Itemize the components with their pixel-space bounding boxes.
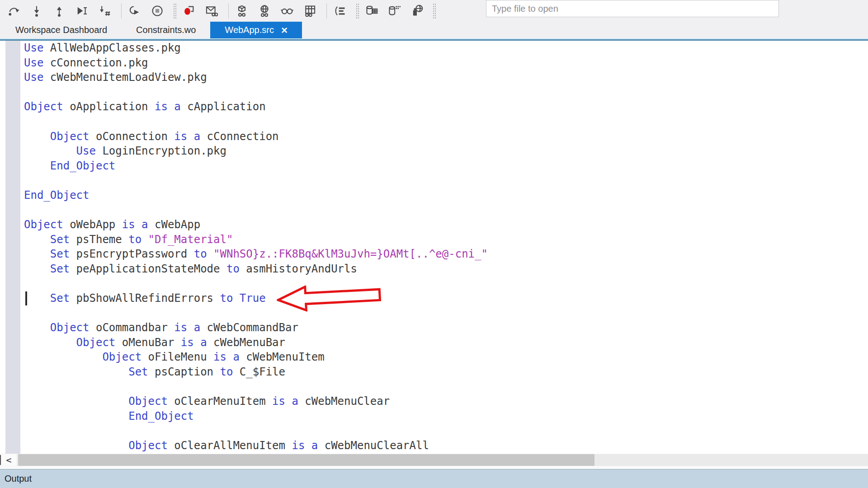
string-token: "WNhSO}z.:FK8Bq&KlM3uJvh=}OAMt[..^e@-cni… xyxy=(213,248,488,260)
code-token: cWebMenuClear xyxy=(298,395,390,408)
run-to-cursor-icon[interactable] xyxy=(74,2,90,20)
keyword-token: is a xyxy=(155,100,181,113)
toolbar-drag-handle xyxy=(173,3,177,19)
code-token: oWebApp xyxy=(63,218,122,231)
code-line[interactable] xyxy=(24,85,868,100)
code-token: LoginEncryption.pkg xyxy=(96,145,226,157)
code-line[interactable]: Use cWebMenuItemLoadView.pkg xyxy=(24,70,868,85)
tab-workspace-dashboard[interactable]: Workspace Dashboard xyxy=(1,22,122,38)
code-token: cWebMenuBar xyxy=(207,336,285,349)
browse-table-icon[interactable] xyxy=(302,2,317,20)
document-tabbar: Workspace DashboardConstraints.woWebApp.… xyxy=(0,22,868,38)
keyword-token: Object xyxy=(128,439,168,452)
code-line[interactable]: Object oFileMenu is a cWebMenuItem xyxy=(24,350,868,365)
code-token: cWebMenuItemLoadView.pkg xyxy=(43,71,207,84)
code-line[interactable]: Set pbShowAllRefindErrors to True xyxy=(24,291,868,306)
code-explorer-icon[interactable] xyxy=(332,2,348,20)
toolbar-separator xyxy=(326,3,327,19)
step-over-icon[interactable] xyxy=(6,2,22,20)
step-to-line-icon[interactable] xyxy=(97,2,112,20)
keyword-token: to xyxy=(226,263,240,275)
database-builder-icon[interactable] xyxy=(387,2,402,20)
keyword-token: Set xyxy=(50,248,70,260)
code-token xyxy=(24,145,76,157)
code-line[interactable]: Use LoginEncryption.pkg xyxy=(24,144,868,159)
code-line[interactable]: Use cConnection.pkg xyxy=(24,56,868,70)
code-line[interactable]: Use AllWebAppClasses.pkg xyxy=(24,41,868,56)
database-explorer-icon[interactable] xyxy=(364,2,379,20)
code-token: oClearMenuItem xyxy=(168,395,272,408)
keyword-token: is a xyxy=(181,336,207,349)
string-token: "Df_Material" xyxy=(148,233,233,246)
code-line[interactable]: Object oClearMenuItem is a cWebMenuClear xyxy=(24,394,868,409)
code-line[interactable]: Set psEncryptPassword to "WNhSO}z.:FK8Bq… xyxy=(24,247,868,262)
stop-debugging-icon[interactable] xyxy=(150,2,165,20)
keyword-token: Object xyxy=(76,336,116,349)
code-line[interactable]: End_Object xyxy=(24,409,868,424)
keyword-token: End_Object xyxy=(24,189,90,202)
code-line[interactable]: Object oApplication is a cApplication xyxy=(24,99,868,114)
red-annotation-arrow-icon xyxy=(276,282,382,313)
code-line[interactable]: Set peApplicationStateMode to asmHistory… xyxy=(24,262,868,277)
code-line[interactable]: End_Object xyxy=(24,188,868,203)
code-line[interactable] xyxy=(24,277,868,291)
keyword-token: to xyxy=(220,366,233,378)
web-database-icon[interactable] xyxy=(409,2,425,20)
scroll-left-button[interactable]: < xyxy=(1,454,16,466)
code-line[interactable] xyxy=(24,423,868,438)
inspect-object-icon[interactable] xyxy=(234,2,250,20)
code-line[interactable]: Object oWebApp is a cWebApp xyxy=(24,217,868,232)
scrollbar-thumb[interactable] xyxy=(18,454,594,466)
code-line[interactable]: Object oCommandbar is a cWebCommandBar xyxy=(24,320,868,335)
tab-webapp-src[interactable]: WebApp.src× xyxy=(210,22,302,38)
keyword-token: End_Object xyxy=(50,160,116,172)
find-icon[interactable] xyxy=(279,2,295,20)
code-line[interactable] xyxy=(24,203,868,218)
browse-web-object-icon[interactable] xyxy=(257,2,272,20)
tab-constraints-wo[interactable]: Constraints.wo xyxy=(122,22,210,38)
code-line[interactable] xyxy=(24,173,868,188)
scrollbar-left-edge xyxy=(0,455,1,465)
code-area[interactable]: Use AllWebAppClasses.pkgUse cConnection.… xyxy=(24,41,868,453)
keyword-token: Set xyxy=(50,263,70,275)
code-token: cApplication xyxy=(181,100,266,113)
keyword-token: Object xyxy=(24,218,63,231)
code-line[interactable] xyxy=(24,306,868,321)
code-token xyxy=(24,410,128,422)
output-panel-header[interactable]: Output xyxy=(0,469,868,488)
step-out-icon[interactable] xyxy=(52,2,67,20)
code-token: cWebApp xyxy=(148,218,201,231)
code-token: oApplication xyxy=(63,100,155,113)
code-line[interactable]: Set psTheme to "Df_Material" xyxy=(24,232,868,247)
code-token: oCommandbar xyxy=(90,321,175,334)
tab-label: Workspace Dashboard xyxy=(15,25,107,35)
mail-inspect-icon[interactable] xyxy=(204,2,219,20)
file-open-input[interactable] xyxy=(486,0,779,17)
code-line[interactable] xyxy=(24,380,868,394)
keyword-token: to xyxy=(220,292,233,305)
run-icon[interactable] xyxy=(127,2,142,20)
toggle-breakpoint-icon[interactable] xyxy=(181,2,197,20)
code-token: psTheme xyxy=(70,233,128,246)
code-line[interactable] xyxy=(24,114,868,129)
editor-gutter xyxy=(5,41,20,454)
code-token xyxy=(24,248,50,260)
code-token: cConnection.pkg xyxy=(43,56,148,69)
code-line[interactable]: Set psCaption to C_$File xyxy=(24,365,868,380)
close-tab-icon[interactable]: × xyxy=(281,26,288,35)
code-line[interactable]: End_Object xyxy=(24,159,868,174)
toolbar-items xyxy=(6,2,441,20)
code-token xyxy=(24,395,128,408)
code-token xyxy=(24,439,128,452)
output-panel-title: Output xyxy=(0,474,32,484)
code-line[interactable]: Object oClearAllMenuItem is a cWebMenuCl… xyxy=(24,438,868,453)
code-editor[interactable]: Use AllWebAppClasses.pkgUse cConnection.… xyxy=(0,41,868,454)
keyword-token: is a xyxy=(272,395,298,408)
code-line[interactable]: Object oMenuBar is a cWebMenuBar xyxy=(24,335,868,350)
code-line[interactable]: Object oConnection is a cConnection xyxy=(24,129,868,144)
horizontal-scrollbar[interactable]: < xyxy=(0,454,868,466)
code-token xyxy=(24,321,50,334)
keyword-token: Object xyxy=(128,395,168,408)
step-into-icon[interactable] xyxy=(29,2,44,20)
keyword-token: End_Object xyxy=(128,410,194,422)
